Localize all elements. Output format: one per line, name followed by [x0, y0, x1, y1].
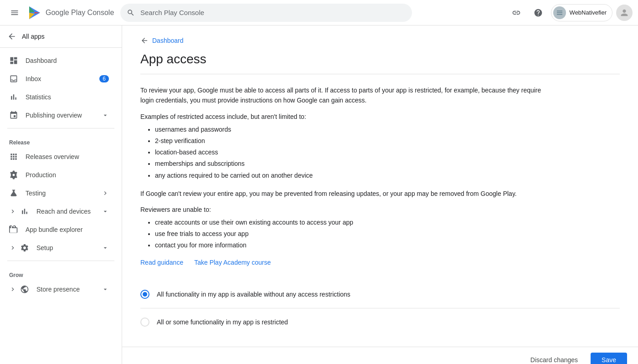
examples-title: Examples of restricted access include, b…: [140, 113, 620, 120]
sidebar-item-app-bundle-explorer[interactable]: App bundle explorer: [0, 220, 118, 239]
search-input[interactable]: [120, 4, 412, 22]
sidebar-item-releases-label: Releases overview: [26, 153, 79, 160]
breadcrumb-label: Dashboard: [152, 37, 184, 44]
topbar-actions: WebNativefier: [507, 4, 633, 22]
main-layout: All apps Dashboard Inbox: [0, 26, 638, 364]
dashboard-icon: [9, 56, 18, 65]
intro-text: To review your app, Google must be able …: [140, 85, 551, 106]
content-area: Dashboard App access To review your app,…: [122, 26, 638, 364]
sidebar-item-setup-label: Setup: [36, 244, 53, 251]
nav-divider-1: [7, 128, 114, 128]
read-guidance-link[interactable]: Read guidance: [140, 259, 183, 266]
sidebar-item-publishing-overview[interactable]: Publishing overview: [0, 106, 118, 124]
sidebar-item-setup[interactable]: Setup: [0, 239, 118, 257]
reviewer-item-2: contact you for more information: [155, 240, 620, 251]
example-item-1: 2-step verification: [155, 135, 620, 147]
sidebar-item-production[interactable]: Production: [0, 166, 118, 184]
example-item-3: memberships and subscriptions: [155, 158, 620, 169]
radio-circle-selected: [140, 290, 149, 299]
search-bar: [120, 4, 412, 22]
reach-expand-left-icon: [9, 208, 16, 215]
link-icon-button[interactable]: [507, 4, 525, 22]
setup-expand-icon: [102, 244, 109, 251]
sidebar-item-reach-label: Reach and devices: [36, 208, 91, 215]
sidebar-item-statistics-label: Statistics: [26, 93, 51, 101]
publishing-icon: [9, 111, 18, 120]
search-icon: [127, 9, 135, 17]
sidebar-item-bundle-label: App bundle explorer: [26, 226, 82, 233]
save-button[interactable]: Save: [591, 353, 627, 364]
account-avatar[interactable]: [616, 5, 633, 21]
sidebar-item-dashboard-label: Dashboard: [26, 57, 57, 64]
radio-label-1: All or some functionality in my app is r…: [157, 318, 288, 326]
bundle-icon: [9, 225, 18, 234]
back-nav-icon: [140, 36, 149, 45]
page-title: App access: [140, 52, 620, 74]
breadcrumb[interactable]: Dashboard: [140, 36, 620, 45]
reviewers-title: Reviewers are unable to:: [140, 206, 620, 213]
store-expand-left-icon: [9, 286, 16, 293]
sidebar-item-publishing-label: Publishing overview: [26, 112, 82, 119]
sidebar-item-dashboard[interactable]: Dashboard: [0, 51, 118, 70]
grow-section-label: Grow: [0, 265, 122, 280]
sidebar-item-statistics[interactable]: Statistics: [0, 88, 118, 106]
testing-expand-icon: [102, 190, 109, 197]
reach-icon: [20, 207, 29, 216]
user-name: WebNativefier: [570, 9, 607, 16]
reviewers-list: create accounts or use their own existin…: [140, 217, 620, 251]
examples-list: usernames and passwords 2-step verificat…: [140, 124, 620, 181]
play-academy-link[interactable]: Take Play Academy course: [194, 259, 271, 266]
sidebar-nav: Dashboard Inbox 6 Statistics: [0, 48, 122, 364]
sidebar-item-testing[interactable]: Testing: [0, 184, 118, 202]
sidebar-item-store-label: Store presence: [36, 286, 80, 293]
radio-some-restricted[interactable]: All or some functionality in my app is r…: [140, 308, 620, 336]
nav-divider-2: [7, 261, 114, 261]
sidebar-item-store-presence[interactable]: Store presence: [0, 280, 118, 298]
production-icon: [9, 170, 18, 179]
store-icon: [20, 285, 29, 294]
help-icon-button[interactable]: [529, 4, 547, 22]
release-section-label: Release: [0, 132, 122, 148]
radio-no-restrictions[interactable]: All functionality in my app is available…: [140, 281, 620, 308]
logo-text: Google Play Console: [46, 9, 114, 17]
sidebar: All apps Dashboard Inbox: [0, 26, 122, 364]
radio-circle-unselected: [140, 318, 149, 327]
statistics-icon: [9, 92, 18, 102]
discard-button[interactable]: Discard changes: [523, 353, 585, 364]
sidebar-item-inbox-label: Inbox: [26, 75, 41, 82]
bottom-bar: Discard changes Save: [122, 347, 638, 364]
user-chip[interactable]: WebNativefier: [551, 4, 612, 21]
publishing-expand-icon: [102, 112, 109, 119]
warning-text: If Google can't review your entire app, …: [140, 189, 551, 199]
sidebar-item-releases-overview[interactable]: Releases overview: [0, 148, 118, 166]
releases-icon: [9, 152, 18, 161]
links-row: Read guidance Take Play Academy course: [140, 259, 620, 266]
example-item-2: location-based access: [155, 147, 620, 158]
sidebar-item-inbox[interactable]: Inbox 6: [0, 70, 118, 88]
reach-expand-icon: [102, 208, 109, 215]
sidebar-item-reach-devices[interactable]: Reach and devices: [0, 202, 118, 220]
inbox-icon: [9, 74, 18, 83]
google-play-logo: [27, 5, 42, 20]
example-item-4: any actions required to be carried out o…: [155, 170, 620, 181]
radio-label-0: All functionality in my app is available…: [157, 291, 350, 298]
user-app-avatar: [553, 6, 566, 19]
setup-icon: [20, 243, 29, 252]
example-item-0: usernames and passwords: [155, 124, 620, 135]
reviewer-item-1: use free trials to access your app: [155, 228, 620, 240]
sidebar-item-production-label: Production: [26, 171, 56, 179]
topbar: Google Play Console WebNativ: [0, 0, 638, 26]
hamburger-menu[interactable]: [5, 4, 24, 22]
setup-expand-left-icon: [9, 244, 16, 251]
sidebar-item-testing-label: Testing: [26, 190, 46, 197]
inbox-badge: 6: [99, 75, 109, 82]
testing-icon: [9, 189, 18, 198]
reviewer-item-0: create accounts or use their own existin…: [155, 217, 620, 228]
store-expand-icon: [102, 286, 109, 293]
all-apps-button[interactable]: All apps: [0, 26, 122, 48]
back-arrow-icon: [7, 32, 16, 41]
all-apps-label: All apps: [22, 33, 45, 40]
topbar-logo: Google Play Console: [5, 4, 115, 22]
content-inner: Dashboard App access To review your app,…: [122, 26, 638, 347]
